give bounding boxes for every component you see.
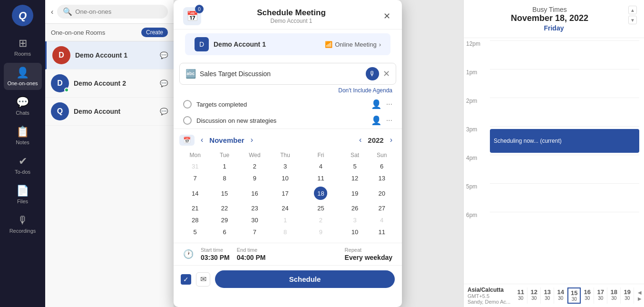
dont-include-agenda-button[interactable]: Don't Include Agenda xyxy=(174,85,402,96)
next-year-button[interactable]: › xyxy=(386,134,396,146)
start-time-value[interactable]: 03:30 PM xyxy=(201,254,230,261)
busy-grid: Scheduling now... (current) xyxy=(490,40,639,240)
calendar-day[interactable]: 16 xyxy=(238,184,271,202)
topic-close-button[interactable]: ✕ xyxy=(383,69,390,79)
agenda-radio[interactable] xyxy=(183,116,192,125)
prev-year-button[interactable]: ‹ xyxy=(355,134,365,146)
mic-button[interactable]: 🎙 xyxy=(366,67,379,80)
checkbox-button[interactable]: ✓ xyxy=(181,274,191,285)
calendar-day[interactable]: 2 xyxy=(238,160,271,172)
calendar-day[interactable]: 12 xyxy=(342,172,367,184)
calendar-day[interactable]: 23 xyxy=(238,202,271,214)
calendar-day[interactable]: 10 xyxy=(342,226,367,238)
calendar-day[interactable]: 1 xyxy=(211,160,238,172)
search-box[interactable]: 🔍 xyxy=(57,5,168,19)
calendar-day[interactable]: 3 xyxy=(271,160,299,172)
calendar-day[interactable]: 7 xyxy=(179,172,211,184)
prev-month-button[interactable]: ‹ xyxy=(197,134,207,146)
busy-scroll-area[interactable]: 12pm 1pm 2pm 3pm 4pm 5pm 6pm Scheduling … xyxy=(464,38,644,284)
calendar-day[interactable]: 14 xyxy=(179,184,211,202)
sidebar-item-todos[interactable]: ✔ To-dos xyxy=(4,151,42,178)
calendar-day[interactable]: 21 xyxy=(179,202,211,214)
next-month-button[interactable]: › xyxy=(247,134,257,146)
date-col[interactable]: 1930 xyxy=(621,287,634,304)
sidebar-item-files[interactable]: 📄 Files xyxy=(4,181,42,208)
calendar-day[interactable]: 13 xyxy=(367,172,396,184)
calendar-day[interactable]: 18 xyxy=(299,184,342,202)
calendar-day[interactable]: 20 xyxy=(367,184,396,202)
calendar-day[interactable]: 5 xyxy=(342,160,367,172)
calendar-day[interactable]: 2 xyxy=(299,214,342,226)
date-col[interactable]: 1830 xyxy=(607,287,621,304)
files-icon: 📄 xyxy=(16,185,29,197)
calendar-day[interactable]: 31 xyxy=(179,160,211,172)
calendar-day[interactable]: 4 xyxy=(299,160,342,172)
sidebar-item-chats[interactable]: 💬 Chats xyxy=(4,92,42,119)
repeat-value[interactable]: Every weekday xyxy=(345,254,392,261)
calendar-day[interactable]: 6 xyxy=(367,160,396,172)
agenda-menu-button[interactable]: ··· xyxy=(386,116,392,125)
date-col[interactable]: 1230 xyxy=(527,287,541,304)
calendar-day[interactable]: 8 xyxy=(271,226,299,238)
calendar-day[interactable]: 9 xyxy=(299,226,342,238)
sidebar-item-recordings[interactable]: 🎙 Recordings xyxy=(4,210,42,238)
sidebar-item-label: Files xyxy=(17,198,28,204)
topic-input[interactable] xyxy=(200,70,362,78)
search-input[interactable] xyxy=(75,8,162,15)
email-button[interactable]: ✉ xyxy=(196,272,210,287)
calendar-day[interactable]: 25 xyxy=(299,202,342,214)
date-col[interactable]: 1430 xyxy=(554,287,567,304)
sidebar-item-rooms[interactable]: ⊞ Rooms xyxy=(4,33,42,60)
date-col[interactable]: 1330 xyxy=(541,287,554,304)
calendar-day[interactable]: 30 xyxy=(238,214,271,226)
modal-header: 📅 0 Schedule Meeting Demo Account 1 ✕ xyxy=(174,0,402,30)
modal-close-button[interactable]: ✕ xyxy=(381,9,392,23)
calendar-day[interactable]: 29 xyxy=(211,214,238,226)
calendar-day[interactable]: 22 xyxy=(211,202,238,214)
calendar-day[interactable]: 19 xyxy=(342,184,367,202)
calendar-day[interactable]: 8 xyxy=(211,172,238,184)
calendar-day[interactable]: 5 xyxy=(179,226,211,238)
sidebar-item-notes[interactable]: 📋 Notes xyxy=(4,122,42,149)
calendar-day[interactable]: 3 xyxy=(342,214,367,226)
calendar-day[interactable]: 24 xyxy=(271,202,299,214)
calendar-day[interactable]: 10 xyxy=(271,172,299,184)
schedule-button[interactable]: Schedule xyxy=(215,270,395,288)
calendar-day[interactable]: 15 xyxy=(211,184,238,202)
end-time-value[interactable]: 04:00 PM xyxy=(237,254,266,261)
time-label-3pm: 3pm xyxy=(466,126,477,133)
scroll-down-button[interactable]: ▼ xyxy=(628,16,637,24)
calendar-day[interactable]: 11 xyxy=(299,172,342,184)
date-col[interactable]: 1730 xyxy=(594,287,607,304)
scroll-up-button[interactable]: ▲ xyxy=(628,6,637,14)
calendar-day[interactable]: 26 xyxy=(342,202,367,214)
calendar-day[interactable]: 1 xyxy=(271,214,299,226)
agenda-menu-button[interactable]: ··· xyxy=(386,100,392,109)
agenda-radio[interactable] xyxy=(183,100,192,109)
contact-item[interactable]: Q Demo Account 💬 xyxy=(45,98,174,126)
calendar-day[interactable]: 27 xyxy=(367,202,396,214)
calendar-day[interactable]: 9 xyxy=(238,172,271,184)
calendar-day[interactable]: 17 xyxy=(271,184,299,202)
contact-item[interactable]: D Demo Account 2 💬 xyxy=(45,69,174,98)
collapse-button[interactable]: ‹ xyxy=(51,8,53,16)
calendar-grid: Mon Tue Wed Thu Fri Sat Sun 311234567891… xyxy=(179,150,396,238)
create-button[interactable]: Create xyxy=(141,28,168,37)
calendar-day[interactable]: 28 xyxy=(179,214,211,226)
calendar-day[interactable]: 7 xyxy=(238,226,271,238)
date-col[interactable]: 1530 xyxy=(567,287,581,304)
search-icon: 🔍 xyxy=(63,7,72,16)
date-sub: 30 xyxy=(585,296,590,301)
date-col[interactable]: 1630 xyxy=(581,287,594,304)
sidebar-item-one-on-ones[interactable]: 👤 One-on-ones xyxy=(4,63,42,90)
calendar-day[interactable]: 6 xyxy=(211,226,238,238)
date-scroll-left[interactable]: ◀ xyxy=(638,290,642,295)
calendar-icon-button[interactable]: 📅 0 xyxy=(183,7,201,25)
contact-item[interactable]: D Demo Account 1 💬 xyxy=(45,41,174,69)
calendar-day[interactable]: 11 xyxy=(367,226,396,238)
chat-icon: 💬 xyxy=(160,51,168,59)
calendar-type-toggle[interactable]: 📅 xyxy=(179,135,195,146)
date-col[interactable]: 1130 xyxy=(514,287,527,304)
date-scroll-right[interactable]: ▶ xyxy=(638,296,642,301)
calendar-day[interactable]: 4 xyxy=(367,214,396,226)
